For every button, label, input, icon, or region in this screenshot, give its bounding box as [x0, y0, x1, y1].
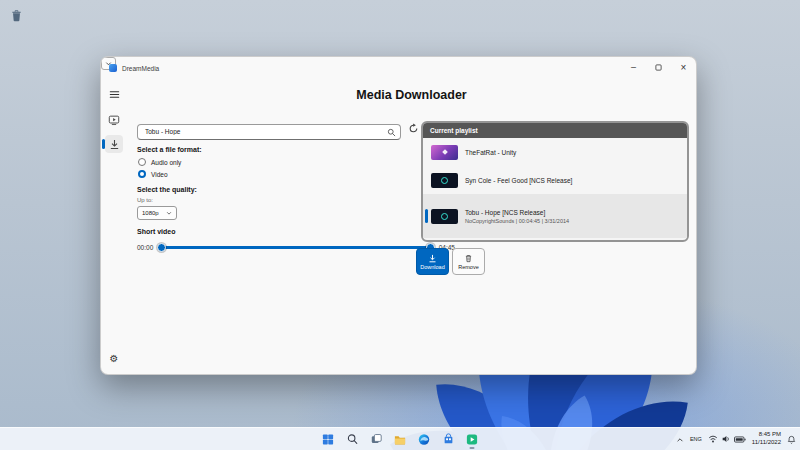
close-button[interactable]: ×: [671, 57, 696, 77]
start-button[interactable]: [319, 430, 338, 449]
selected-indicator: [102, 139, 105, 149]
windows-start-icon: [322, 433, 335, 446]
tray-time: 8:45 PM: [759, 431, 781, 439]
media-player-icon: [108, 114, 120, 126]
edge-icon: [418, 433, 431, 446]
video-title: TheFatRat - Unity: [465, 149, 516, 156]
chevron-up-icon: [676, 436, 684, 444]
download-icon: [428, 254, 437, 263]
download-button[interactable]: Download: [416, 248, 449, 275]
minimize-button[interactable]: –: [621, 57, 646, 77]
playlist-panel: Current playlist TheFatRat - Unity Syn C…: [421, 121, 689, 242]
media-app-icon: [466, 433, 479, 446]
recycle-bin-icon[interactable]: [8, 6, 24, 24]
radio-circle-selected: [138, 170, 146, 178]
search-icon: [346, 433, 358, 445]
quality-dropdown[interactable]: 1080p: [137, 206, 177, 220]
refresh-icon: [408, 123, 419, 134]
network-volume-battery-button[interactable]: [708, 434, 746, 444]
video-title: Syn Cole - Feel Good [NCS Release]: [465, 177, 572, 184]
trim-slider-row: 00:00 04:45: [137, 241, 455, 253]
video-title: Tobu - Hope [NCS Release]: [465, 209, 569, 216]
playlist-item-selected[interactable]: Tobu - Hope [NCS Release] NoCopyrightSou…: [423, 194, 687, 238]
playlist-item[interactable]: TheFatRat - Unity: [423, 138, 687, 166]
trim-slider[interactable]: [159, 246, 432, 249]
video-thumbnail: [431, 145, 458, 160]
running-indicator: [470, 447, 475, 449]
playlist-header: Current playlist: [423, 123, 687, 138]
download-nav-icon: [109, 139, 120, 150]
chevron-down-icon: [166, 210, 172, 216]
trim-handle-start[interactable]: [157, 243, 166, 252]
maximize-button[interactable]: [646, 57, 671, 77]
task-view-button[interactable]: [367, 430, 386, 449]
task-view-icon: [370, 433, 382, 445]
quality-hint: Up to:: [137, 197, 153, 203]
selection-indicator: [425, 209, 428, 223]
quality-label: Select the quality:: [137, 186, 197, 193]
taskbar: ENG 8:45 PM 11/11/202: [0, 427, 800, 450]
video-info: Tobu - Hope [NCS Release] NoCopyrightSou…: [465, 209, 569, 224]
sidebar-item-downloader[interactable]: [105, 135, 123, 153]
radio-label: Audio only: [151, 159, 181, 166]
settings-icon[interactable]: ⚙: [105, 349, 123, 367]
system-tray: ENG 8:45 PM 11/11/202: [676, 428, 796, 450]
download-label: Download: [420, 264, 444, 270]
tray-date: 11/11/2022: [752, 439, 781, 447]
hamburger-menu-button[interactable]: [105, 85, 123, 103]
taskbar-center: [319, 428, 482, 450]
volume-icon: [721, 434, 731, 444]
video-thumbnail: [431, 209, 458, 224]
file-explorer-icon: [394, 433, 407, 446]
ncs-logo: [441, 213, 448, 220]
dreammedia-app-button[interactable]: [463, 430, 482, 449]
format-label: Select a file format:: [137, 146, 202, 153]
store-icon: [442, 433, 454, 445]
maximize-icon: [655, 64, 662, 71]
sidebar: ⚙: [101, 79, 127, 374]
video-details: NoCopyrightSounds | 00:04:45 | 3/31/2014: [465, 218, 569, 224]
wifi-icon: [708, 434, 718, 444]
search-icon: [387, 123, 396, 141]
app-title: DreamMedia: [122, 65, 159, 72]
trash-icon: [464, 254, 473, 263]
file-explorer-button[interactable]: [391, 430, 410, 449]
desktop: DreamMedia – ×: [0, 0, 800, 450]
video-thumbnail: [431, 173, 458, 188]
tray-overflow-button[interactable]: [676, 430, 684, 448]
thumbnail-art: [442, 149, 448, 155]
microsoft-store-button[interactable]: [439, 430, 458, 449]
trim-start-value: 00:00: [137, 244, 153, 251]
battery-icon: [734, 436, 746, 443]
ncs-logo: [441, 177, 448, 184]
sidebar-item-player[interactable]: [105, 111, 123, 129]
radio-video[interactable]: Video: [138, 170, 168, 178]
hamburger-icon: [108, 88, 121, 101]
window-controls: – ×: [621, 57, 696, 77]
remove-button[interactable]: Remove: [452, 248, 485, 275]
quality-value: 1080p: [142, 210, 159, 216]
radio-label: Video: [151, 171, 168, 178]
playlist-item[interactable]: Syn Cole - Feel Good [NCS Release]: [423, 166, 687, 194]
titlebar[interactable]: DreamMedia – ×: [101, 57, 696, 79]
refresh-button[interactable]: [407, 122, 420, 135]
trim-label: Short video: [137, 228, 176, 235]
url-input[interactable]: [137, 124, 401, 140]
url-bar: [137, 120, 401, 136]
radio-circle: [138, 158, 146, 166]
notification-center-button[interactable]: [787, 430, 796, 448]
app-icon: [109, 64, 117, 72]
taskbar-search-button[interactable]: [343, 430, 362, 449]
language-indicator[interactable]: ENG: [690, 436, 702, 442]
notification-bell-icon: [787, 435, 796, 444]
clock[interactable]: 8:45 PM 11/11/2022: [752, 431, 781, 447]
app-window: DreamMedia – ×: [100, 56, 697, 375]
edge-browser-button[interactable]: [415, 430, 434, 449]
page-title: Media Downloader: [127, 88, 696, 102]
radio-audio-only[interactable]: Audio only: [138, 158, 181, 166]
remove-label: Remove: [458, 264, 478, 270]
